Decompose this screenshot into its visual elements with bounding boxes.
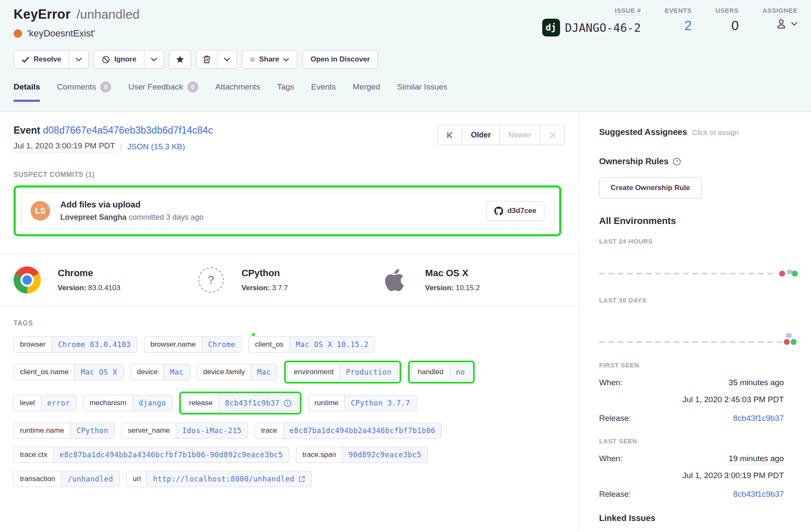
tab-tags[interactable]: Tags: [277, 81, 294, 101]
chevron-down-icon: [151, 57, 157, 62]
context-browser: Chrome Version: 83.0.4103: [14, 266, 197, 294]
tag-value[interactable]: 8cb43f1c9b37: [219, 395, 298, 411]
tab-details[interactable]: Details: [14, 81, 40, 101]
tag-pill-trace: tracee8c87ba1dc494bb2a4346bcfbf7b1b06: [255, 423, 442, 439]
tab-label: User Feedback: [128, 82, 183, 92]
tab-attachments[interactable]: Attachments: [215, 81, 260, 101]
tag-key: runtime.name: [14, 423, 70, 439]
ignore-dropdown-button[interactable]: [144, 50, 164, 69]
create-ownership-rule-button[interactable]: Create Ownership Rule: [599, 177, 701, 199]
tag-value[interactable]: django: [132, 395, 172, 411]
star-icon: [176, 56, 184, 64]
users-count[interactable]: 0: [731, 19, 738, 32]
tag-value[interactable]: /unhandled: [61, 471, 119, 487]
tag-value[interactable]: Mac: [251, 364, 277, 380]
tab-comments[interactable]: Comments0: [57, 81, 111, 101]
tag-value[interactable]: no: [450, 364, 471, 380]
tab-merged[interactable]: Merged: [353, 81, 380, 101]
tag-value[interactable]: Chrome: [202, 336, 242, 353]
external-link-icon[interactable]: [298, 476, 305, 483]
context-name: CPython: [242, 268, 288, 279]
commit-time: committed 3 days ago: [129, 213, 203, 221]
tags-rows: browserChrome 83.0.4103browser.nameChrom…: [14, 336, 565, 487]
tag-value[interactable]: Mac OS X 10.15.2: [290, 336, 375, 353]
tab-events[interactable]: Events: [311, 81, 336, 101]
oldest-event-button[interactable]: [437, 125, 462, 145]
newer-event-button[interactable]: Newer: [500, 125, 540, 145]
annotation-box: environmentProduction: [284, 361, 401, 384]
resolve-button[interactable]: Resolve: [14, 50, 69, 69]
tag-pill-release: release8cb43f1c9b37: [183, 395, 298, 411]
tag-value[interactable]: e8c87ba1dc494bb2a4346bcfbf7b1b06-90d892c…: [53, 447, 289, 463]
issue-short-id: DJANGO-46-2: [565, 21, 641, 34]
last-seen-marker: [791, 339, 797, 345]
tag-key: url: [127, 471, 147, 487]
tag-pill-trace.ctx: trace.ctxe8c87ba1dc494bb2a4346bcfbf7b1b0…: [14, 447, 289, 463]
events-sparkline-30d: [599, 304, 784, 355]
version-value: 10.15.2: [456, 284, 480, 292]
commit-sha-button[interactable]: d3d7cee: [486, 201, 544, 221]
last-seen-relative: 19 minutes ago: [729, 454, 784, 465]
context-name: Chrome: [58, 268, 120, 279]
tag-value[interactable]: CPython: [70, 423, 115, 439]
tag-value[interactable]: Idos-iMac-215: [176, 423, 248, 439]
tag-value[interactable]: e8c87ba1dc494bb2a4346bcfbf7b1b06: [283, 423, 442, 439]
tag-pill-runtime: runtimeCPython 3.7.7: [308, 395, 417, 411]
suspect-commits-section: SUSPECT COMMITS (1) LS Add files via upl…: [0, 152, 578, 236]
tag-key: environment: [287, 364, 340, 380]
tag-key: transaction: [14, 471, 61, 487]
tag-value[interactable]: http://localhost:8000/unhandled: [146, 471, 312, 487]
tag-pill-url: urlhttp://localhost:8000/unhandled: [127, 471, 312, 487]
event-id-link[interactable]: d08d7667e4a5476eb3b3db6d7f14c84c: [43, 125, 213, 136]
delete-dropdown-button[interactable]: [217, 50, 237, 69]
tag-value[interactable]: Chrome 83.0.4103: [51, 336, 137, 353]
last-seen-release-link[interactable]: 8cb43f1c9b37: [733, 490, 784, 499]
tag-pill-client_os.name: client_os.nameMac OS X: [14, 364, 124, 380]
trash-icon: [203, 55, 211, 64]
assignee-selector[interactable]: [775, 17, 797, 30]
open-in-discover-button[interactable]: Open in Discover: [302, 50, 378, 69]
delete-button[interactable]: [196, 50, 217, 69]
resolve-dropdown-button[interactable]: [69, 50, 89, 69]
tag-value[interactable]: CPython 3.7.7: [344, 395, 417, 411]
tab-user-feedback[interactable]: User Feedback0: [128, 81, 198, 101]
svg-text:?: ?: [676, 159, 678, 164]
tag-value[interactable]: Production: [340, 364, 398, 380]
last-seen-heading: LAST SEEN: [599, 437, 784, 445]
first-seen-heading: FIRST SEEN: [599, 361, 784, 369]
tag-key: browser.name: [144, 336, 202, 353]
share-button[interactable]: Share: [242, 50, 297, 69]
newest-event-button[interactable]: [540, 125, 565, 145]
first-seen-release-link[interactable]: 8cb43f1c9b37: [733, 414, 784, 423]
info-icon[interactable]: [284, 399, 292, 407]
stat-assignee: ASSIGNEE: [763, 7, 797, 30]
tag-key: server_name: [121, 423, 176, 439]
tag-value[interactable]: error: [41, 395, 76, 411]
tag-value[interactable]: Mac: [163, 364, 190, 380]
older-event-button[interactable]: Older: [462, 125, 500, 145]
main-column: Event d08d7667e4a5476eb3b3db6d7f14c84c J…: [0, 112, 578, 531]
events-count[interactable]: 2: [684, 19, 692, 32]
tag-key: device: [130, 364, 163, 380]
last-24-hours-label: LAST 24 HOURS: [599, 238, 784, 245]
tag-pill-handled: handledno: [411, 364, 471, 380]
issue-type: KeyError: [14, 7, 70, 22]
ignore-button[interactable]: Ignore: [94, 50, 144, 69]
tag-key: level: [14, 395, 41, 411]
tag-value[interactable]: Mac OS X: [74, 364, 124, 380]
issue-message: 'keyDoesntExist': [27, 28, 95, 39]
tag-row: transaction/unhandledurlhttp://localhost…: [14, 471, 565, 487]
ownership-rules-title: Ownership Rules: [599, 157, 668, 166]
issue-number-label: ISSUE #: [615, 7, 641, 15]
discover-label: Open in Discover: [310, 55, 370, 64]
tag-key: runtime: [308, 395, 345, 411]
help-circle-icon[interactable]: ?: [673, 157, 681, 166]
tag-value[interactable]: 90d892c9eace3bc5: [342, 447, 428, 463]
tab-similar-issues[interactable]: Similar Issues: [397, 81, 447, 101]
last-seen-marker: [792, 271, 798, 277]
event-json-link[interactable]: JSON (15.3 KB): [127, 142, 185, 151]
tags-heading: TAGS: [14, 319, 565, 327]
bookmark-star-button[interactable]: [169, 50, 191, 69]
stat-users: USERS 0: [715, 7, 739, 32]
issue-title-block: KeyError /unhandled 'keyDoesntExist': [14, 7, 140, 39]
